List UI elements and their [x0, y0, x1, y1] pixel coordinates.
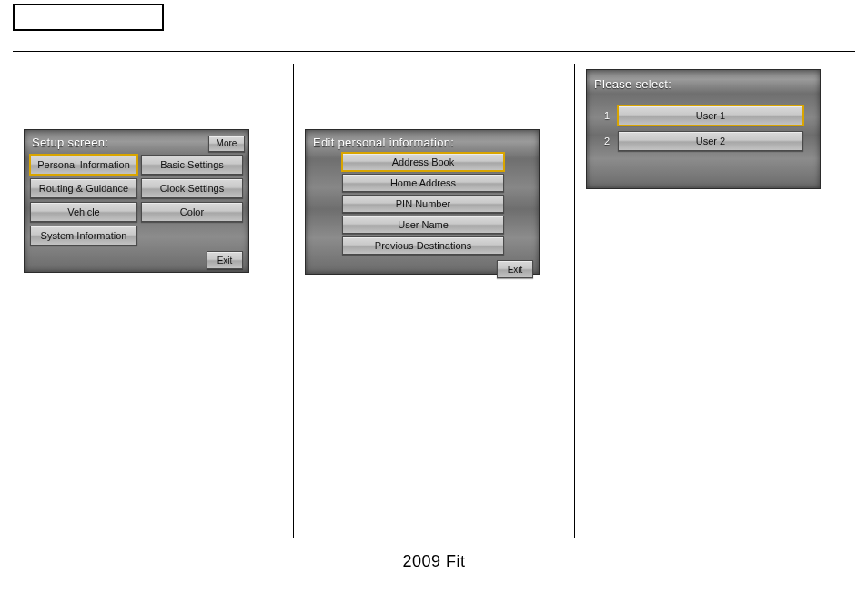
user-1-button[interactable]: User 1 — [618, 106, 803, 126]
clock-settings-button[interactable]: Clock Settings — [141, 178, 243, 198]
user-name-button[interactable]: User Name — [342, 216, 504, 234]
address-book-button[interactable]: Address Book — [342, 153, 504, 171]
personal-information-button[interactable]: Personal Information — [30, 155, 137, 175]
setup-exit-button[interactable]: Exit — [207, 251, 243, 269]
user-2-button[interactable]: User 2 — [618, 131, 803, 151]
system-information-button[interactable]: System Information — [30, 226, 137, 246]
pin-number-button[interactable]: PIN Number — [342, 195, 504, 213]
vehicle-button[interactable]: Vehicle — [30, 202, 137, 222]
columns-layout: Setup screen: More Personal Information … — [13, 64, 855, 538]
home-address-button[interactable]: Home Address — [342, 174, 504, 192]
row-number-1: 1 — [603, 110, 611, 121]
setup-screen-title: Setup screen: — [25, 130, 116, 153]
please-select-panel: Please select: 1 User 1 2 User 2 — [586, 69, 821, 189]
footer-text: 2009 Fit — [0, 552, 868, 571]
horizontal-rule — [13, 51, 855, 52]
previous-destinations-button[interactable]: Previous Destinations — [342, 236, 504, 255]
column-3: Please select: 1 User 1 2 User 2 — [574, 64, 855, 538]
edit-personal-info-panel: Edit personal information: Address Book … — [305, 129, 540, 275]
column-2: Edit personal information: Address Book … — [293, 64, 574, 538]
basic-settings-button[interactable]: Basic Settings — [141, 155, 243, 175]
setup-screen-panel: Setup screen: More Personal Information … — [24, 129, 249, 273]
row-number-2: 2 — [603, 136, 611, 146]
top-empty-box — [13, 4, 164, 31]
column-1: Setup screen: More Personal Information … — [13, 64, 293, 538]
edit-personal-info-title: Edit personal information: — [306, 130, 539, 153]
color-button[interactable]: Color — [141, 202, 243, 222]
edit-exit-button[interactable]: Exit — [497, 260, 533, 278]
more-button[interactable]: More — [208, 136, 245, 152]
routing-guidance-button[interactable]: Routing & Guidance — [30, 178, 137, 198]
please-select-title: Please select: — [587, 70, 820, 106]
